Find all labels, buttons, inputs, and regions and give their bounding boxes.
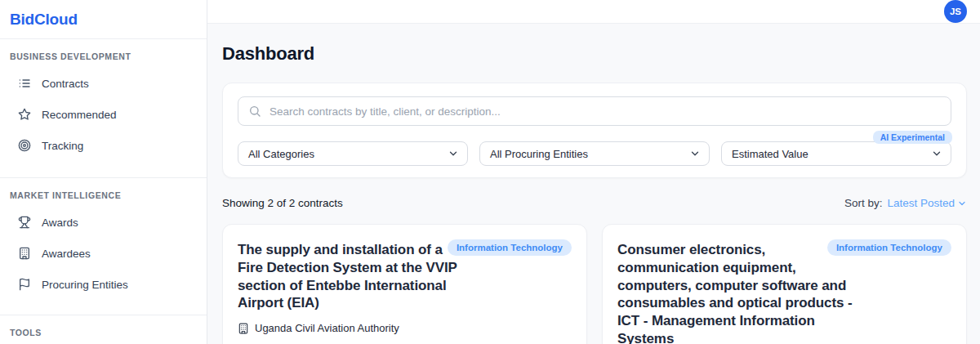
sidebar-divider — [0, 177, 207, 178]
procuring-entity-filter-value: All Procuring Entities — [490, 148, 588, 160]
sort-control: Sort by: Latest Posted — [844, 197, 967, 209]
sidebar-item-procuring-entities[interactable]: Procuring Entities — [0, 269, 207, 300]
filter-panel: All Categories All Procuring Entities AI… — [222, 83, 967, 178]
search-box — [238, 96, 951, 126]
sidebar-item-recommended[interactable]: Recommended — [0, 99, 207, 130]
search-input[interactable] — [238, 96, 951, 126]
building-icon — [18, 247, 31, 260]
sidebar-divider — [0, 315, 207, 315]
main-area: JS Dashboard All Categories All Procurin… — [207, 0, 980, 344]
estimated-value-filter-select[interactable]: AI Experimental Estimated Value — [721, 141, 951, 166]
chevron-down-icon — [957, 199, 967, 208]
contract-card[interactable]: Information Technology The supply and in… — [222, 224, 587, 344]
contract-cards-grid: Information Technology The supply and in… — [222, 224, 967, 344]
sidebar-item-label: Awards — [42, 217, 78, 229]
contract-title[interactable]: The supply and installation of a Fire De… — [238, 241, 465, 312]
nav-market-intelligence: Awards Awardees Procuring Entities — [0, 207, 207, 300]
section-label-business-development: BUSINESS DEVELOPMENT — [0, 51, 207, 61]
chevron-down-icon — [931, 148, 942, 159]
entity-row: Uganda Civil Aviation Authority — [238, 322, 572, 334]
building-icon — [238, 323, 249, 334]
chevron-down-icon — [689, 148, 701, 159]
results-row: Showing 2 of 2 contracts Sort by: Latest… — [222, 197, 967, 209]
filters-row: All Categories All Procuring Entities AI… — [238, 141, 951, 166]
procuring-entity-filter-select[interactable]: All Procuring Entities — [479, 141, 710, 166]
sidebar-item-awardees[interactable]: Awardees — [0, 238, 207, 269]
brand-logo[interactable]: BidCloud — [10, 11, 197, 29]
sidebar-item-tracking[interactable]: Tracking — [0, 130, 207, 161]
chevron-down-icon — [448, 148, 459, 159]
topbar: JS — [207, 0, 980, 24]
section-label-market-intelligence: MARKET INTELLIGENCE — [0, 190, 207, 200]
sort-label: Sort by: — [844, 197, 883, 209]
sidebar-item-label: Recommended — [42, 109, 117, 121]
sort-value-dropdown[interactable]: Latest Posted — [887, 197, 967, 209]
category-filter-value: All Categories — [248, 148, 314, 160]
sidebar-item-label: Contracts — [42, 78, 89, 90]
trophy-icon — [18, 216, 31, 229]
sidebar-item-label: Tracking — [42, 140, 83, 152]
ai-experimental-badge: AI Experimental — [873, 131, 952, 144]
content: Dashboard All Categories All Procuring E… — [207, 24, 980, 344]
sidebar-item-label: Awardees — [42, 248, 91, 260]
sidebar-item-label: Procuring Entities — [42, 279, 128, 291]
section-label-tools: TOOLS — [0, 328, 207, 337]
search-icon — [248, 105, 261, 118]
category-badge: Information Technology — [448, 239, 572, 256]
target-icon — [18, 139, 31, 152]
entity-name: Uganda Civil Aviation Authority — [255, 322, 399, 334]
nav-business-development: Contracts Recommended Tracking — [0, 68, 207, 161]
logo-container: BidCloud — [0, 0, 207, 39]
star-icon — [18, 108, 31, 121]
avatar[interactable]: JS — [944, 0, 967, 23]
sidebar-item-awards[interactable]: Awards — [0, 207, 207, 238]
sidebar: BidCloud BUSINESS DEVELOPMENT Contracts … — [0, 0, 207, 344]
page-title: Dashboard — [222, 43, 967, 65]
contract-title[interactable]: Consumer electronics, communication equi… — [617, 241, 858, 344]
flag-icon — [18, 278, 31, 291]
results-count: Showing 2 of 2 contracts — [222, 197, 343, 209]
sort-value-text: Latest Posted — [887, 197, 955, 209]
category-badge: Information Technology — [827, 239, 951, 256]
category-filter-select[interactable]: All Categories — [238, 141, 468, 166]
list-icon — [18, 77, 31, 90]
estimated-value-filter-value: Estimated Value — [732, 148, 808, 160]
sidebar-item-contracts[interactable]: Contracts — [0, 68, 207, 99]
contract-card[interactable]: Information Technology Consumer electron… — [602, 224, 967, 344]
